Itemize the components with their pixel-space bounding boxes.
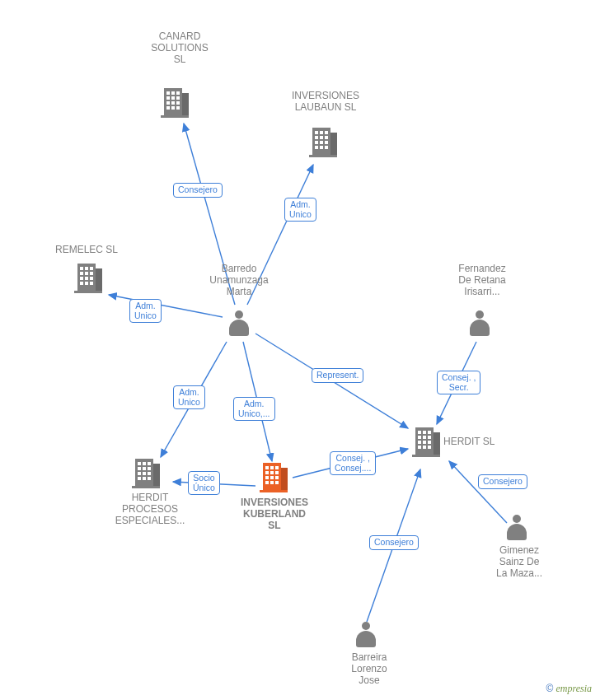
- person-icon-barreira[interactable]: [354, 622, 377, 648]
- building-icon-kuberland[interactable]: [260, 461, 288, 492]
- edge-label-admunico-laubaun: Adm. Unico: [284, 198, 316, 222]
- node-label-kuberland: INVERSIONES KUBERLAND SL: [229, 497, 320, 531]
- building-icon-herditproc[interactable]: [132, 457, 160, 488]
- building-icon-herdit[interactable]: [412, 426, 440, 457]
- node-label-fernandez: Fernandez De Retana Irisarri...: [445, 264, 519, 297]
- edge-label-consejero-1: Consejero: [173, 183, 223, 198]
- footer-brand: empresia: [555, 683, 592, 694]
- edge-label-consejsecr: Consej. , Secr.: [437, 371, 480, 394]
- edge-label-consejero-barreira: Consejero: [369, 535, 419, 550]
- edge-consejero-gimenez: [449, 461, 507, 523]
- edge-admunico-remelec: [109, 295, 223, 317]
- building-icon-laubaun[interactable]: [309, 126, 337, 157]
- person-icon-fernandez[interactable]: [468, 310, 491, 337]
- node-label-herditproc: HERDIT PROCESOS ESPECIALES...: [105, 492, 195, 526]
- edge-label-consejconsej: Consej. , Consej....: [330, 451, 376, 475]
- copyright-symbol: ©: [546, 683, 554, 694]
- node-label-laubaun: INVERSIONES LAUBAUN SL: [280, 91, 371, 114]
- edge-label-represent: Represent.: [312, 368, 363, 383]
- edge-label-admunico-remelec: Adm. Unico: [129, 299, 162, 323]
- node-label-barredo: Barredo Unamunzaga Marta: [198, 264, 280, 297]
- building-icon-remelec[interactable]: [74, 262, 102, 293]
- edge-label-sociounico: Socio Único: [188, 471, 220, 495]
- node-label-remelec: REMELEC SL: [45, 245, 128, 256]
- node-label-herdit: HERDIT SL: [443, 436, 501, 448]
- edge-label-admunico-kuberland: Adm. Unico,...: [233, 397, 275, 421]
- footer-copyright: © empresia: [546, 683, 592, 695]
- node-label-gimenez: Gimenez Sainz De La Maza...: [486, 545, 552, 579]
- person-icon-barredo[interactable]: [227, 310, 251, 337]
- person-icon-gimenez[interactable]: [505, 515, 528, 541]
- node-label-barreira: Barreira Lorenzo Jose: [336, 652, 402, 686]
- edge-label-consejero-gimenez: Consejero: [478, 474, 527, 489]
- edge-label-admunico-herditproc: Adm. Unico: [173, 385, 205, 409]
- node-label-canard: CANARD SOLUTIONS SL: [138, 31, 221, 65]
- building-icon-canard[interactable]: [161, 86, 189, 118]
